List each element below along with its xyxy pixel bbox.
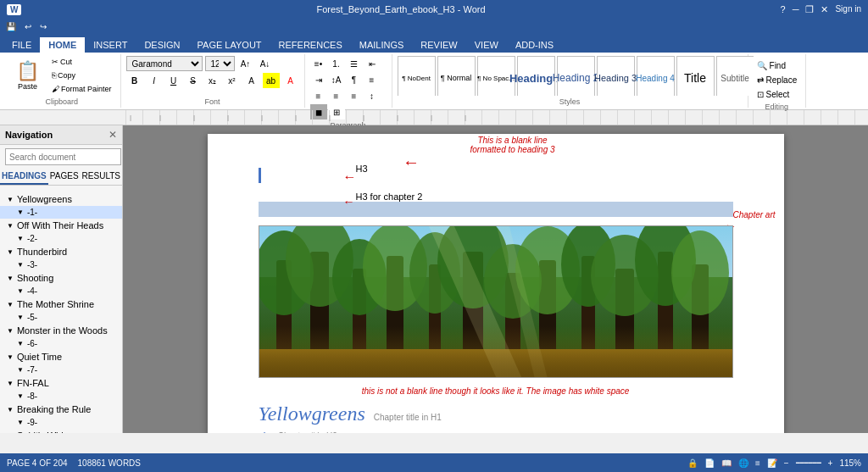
- nav-item-ch1[interactable]: ▼ -1-: [0, 206, 122, 219]
- cut-button[interactable]: ✂ Cut: [48, 56, 115, 68]
- language-indicator: 🔒: [687, 458, 698, 468]
- style-heading3[interactable]: Heading 3: [597, 56, 635, 96]
- zoom-slider[interactable]: ━━━━━━: [796, 459, 821, 467]
- subscript-button[interactable]: x₂: [204, 73, 221, 88]
- nav-item-thunderbird[interactable]: ▼ Thunderbird: [0, 245, 122, 258]
- nav-tab-results[interactable]: RESULTS: [81, 169, 122, 185]
- style-nodent[interactable]: ¶ NoDent: [398, 56, 436, 96]
- style-heading1[interactable]: Heading 1: [517, 56, 555, 96]
- style-normal[interactable]: ¶ Normal: [437, 56, 476, 96]
- close-button[interactable]: ✕: [821, 4, 828, 15]
- superscript-button[interactable]: x²: [224, 73, 241, 88]
- nav-item-shooting[interactable]: ▼ Shooting: [0, 271, 122, 285]
- nav-item-fnfal[interactable]: ▼ FN-FAL: [0, 376, 122, 390]
- strikethrough-button[interactable]: S: [185, 73, 202, 88]
- align-center-button[interactable]: ≡: [310, 88, 327, 103]
- view-outline-btn[interactable]: ≡: [755, 458, 760, 468]
- replace-button[interactable]: ⇄ Replace: [754, 74, 801, 86]
- nav-tab-pages[interactable]: PAGES: [48, 169, 81, 185]
- font-name-select[interactable]: Garamond: [126, 56, 203, 71]
- styles-group-label: Styles: [398, 96, 743, 106]
- ruler-content: | | | | | | | | | | |: [125, 110, 868, 125]
- nav-item-ch6[interactable]: ▼ -6-: [0, 337, 122, 350]
- sort-button[interactable]: ↕A: [328, 72, 345, 87]
- nav-item-mothershrine[interactable]: ▼ The Mother Shrine: [0, 297, 122, 311]
- tab-references[interactable]: REFERENCES: [270, 37, 351, 53]
- tab-file[interactable]: FILE: [3, 37, 40, 53]
- numbering-button[interactable]: 1.: [328, 56, 345, 71]
- nav-tab-headings[interactable]: HEADINGS: [0, 169, 48, 185]
- copy-button[interactable]: ⎘ Copy: [48, 69, 115, 81]
- tab-review[interactable]: REVIEW: [412, 37, 465, 53]
- font-size-select[interactable]: 12: [205, 56, 235, 71]
- line-spacing-button[interactable]: ↕: [364, 88, 381, 103]
- align-right-button[interactable]: ≡: [328, 88, 345, 103]
- redo-quick-btn[interactable]: ↪: [37, 21, 49, 32]
- tab-view[interactable]: VIEW: [466, 37, 507, 53]
- styles-group: ¶ NoDent ¶ Normal ¶ No Spac... Heading 1…: [392, 54, 748, 108]
- nav-item-ch3[interactable]: ▼ -3-: [0, 258, 122, 271]
- restore-button[interactable]: ❐: [805, 4, 814, 15]
- copy-label: Copy: [58, 71, 75, 80]
- zoom-in-btn[interactable]: +: [828, 458, 833, 468]
- grow-font-button[interactable]: A↑: [237, 56, 254, 71]
- find-button[interactable]: 🔍 Find: [754, 59, 801, 72]
- format-painter-button[interactable]: 🖌 Format Painter: [48, 83, 115, 95]
- bullets-button[interactable]: ≡•: [310, 56, 327, 71]
- tab-design[interactable]: DESIGN: [136, 37, 188, 53]
- show-formatting-button[interactable]: ¶: [346, 72, 363, 87]
- find-label: Find: [770, 61, 786, 70]
- status-left: PAGE 4 OF 204 108861 WORDS: [7, 458, 141, 468]
- signin-button[interactable]: Sign in: [835, 4, 861, 15]
- multilevel-button[interactable]: ☰: [346, 56, 363, 71]
- bold-button[interactable]: B: [126, 73, 143, 88]
- underline-button[interactable]: U: [165, 73, 182, 88]
- style-title[interactable]: Title: [676, 56, 715, 96]
- select-button[interactable]: ⊡ Select: [754, 88, 801, 101]
- nav-label-ch1: -1-: [27, 208, 37, 217]
- view-print-btn[interactable]: 📄: [704, 458, 715, 468]
- nav-item-yellowgreens[interactable]: ▼ Yellowgreens: [0, 192, 122, 206]
- nav-search-input[interactable]: [5, 148, 121, 165]
- decrease-indent-button[interactable]: ⇤: [364, 56, 381, 71]
- nav-item-breakingrule[interactable]: ▼ Breaking the Rule: [0, 403, 122, 416]
- nav-item-ch4[interactable]: ▼ -4-: [0, 285, 122, 297]
- nav-item-ch5[interactable]: ▼ -5-: [0, 311, 122, 324]
- view-read-btn[interactable]: 📖: [721, 458, 732, 468]
- nav-item-ch8[interactable]: ▼ -8-: [0, 390, 122, 403]
- italic-button[interactable]: I: [146, 73, 163, 88]
- title-bar-controls[interactable]: ? ─ ❐ ✕ Sign in: [781, 4, 862, 15]
- save-quick-btn[interactable]: 💾: [3, 21, 19, 32]
- view-web-btn[interactable]: 🌐: [738, 458, 748, 468]
- nav-item-spiritswhisper[interactable]: ▼ Spirit's Whisper: [0, 429, 122, 433]
- nav-item-monsterinwoods[interactable]: ▼ Monster in the Woods: [0, 324, 122, 337]
- nav-item-ch2[interactable]: ▼ -2-: [0, 232, 122, 245]
- nav-close-button[interactable]: ✕: [108, 129, 117, 141]
- tab-insert[interactable]: INSERT: [85, 37, 136, 53]
- zoom-out-btn[interactable]: −: [784, 458, 789, 468]
- nav-item-quiettime[interactable]: ▼ Quiet Time: [0, 350, 122, 364]
- nav-item-ch7[interactable]: ▼ -7-: [0, 364, 122, 376]
- tab-home[interactable]: HOME: [40, 37, 85, 53]
- text-effects-button[interactable]: A: [243, 73, 260, 88]
- tab-mailings[interactable]: MAILINGS: [351, 37, 413, 53]
- view-draft-btn[interactable]: 📝: [767, 458, 777, 468]
- nav-item-ch9[interactable]: ▼ -9-: [0, 416, 122, 429]
- font-color-button[interactable]: A: [282, 73, 299, 88]
- doc-area[interactable]: This is a blank lineformatted to heading…: [123, 125, 868, 433]
- help-button[interactable]: ?: [781, 4, 786, 15]
- nav-item-offwiththeads[interactable]: ▼ Off With Their Heads: [0, 219, 122, 232]
- shrink-font-button[interactable]: A↓: [257, 56, 274, 71]
- paste-button[interactable]: 📋 Paste: [8, 58, 47, 93]
- style-heading4[interactable]: Heading 4: [637, 56, 675, 96]
- align-left-button[interactable]: ≡: [364, 72, 381, 87]
- tab-addins[interactable]: ADD-INS: [507, 37, 562, 53]
- minimize-button[interactable]: ─: [793, 4, 799, 15]
- highlight-button[interactable]: ab: [263, 73, 280, 88]
- nav-label-offwithheads: Off With Their Heads: [17, 220, 103, 230]
- undo-quick-btn[interactable]: ↩: [22, 21, 34, 32]
- justify-button[interactable]: ≡: [346, 88, 363, 103]
- style-heading2[interactable]: Heading 2: [557, 56, 595, 96]
- increase-indent-button[interactable]: ⇥: [310, 72, 327, 87]
- tab-page-layout[interactable]: PAGE LAYOUT: [189, 37, 270, 53]
